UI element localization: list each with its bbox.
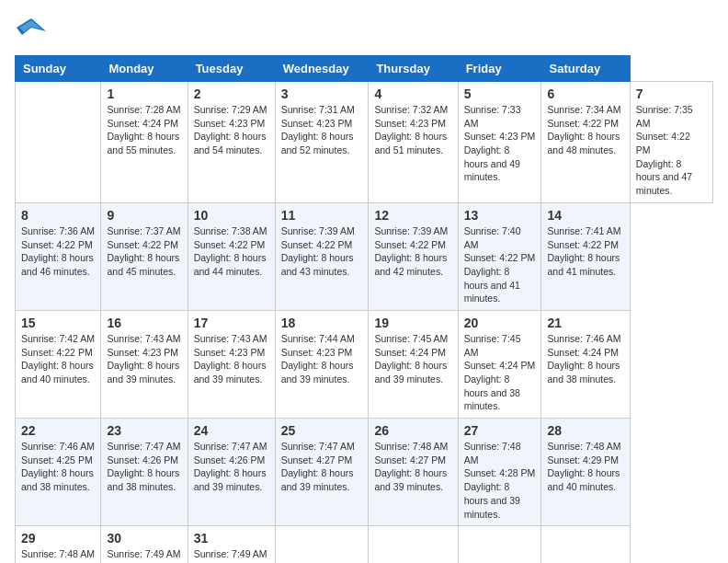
calendar-cell: 10 Sunrise: 7:38 AM Sunset: 4:22 PM Dayl… bbox=[188, 202, 275, 310]
day-info: Sunrise: 7:49 AM Sunset: 4:31 PM Dayligh… bbox=[194, 547, 269, 563]
daylight-hours: Daylight: 8 hours and 38 minutes. bbox=[21, 467, 94, 492]
sunrise-time: Sunrise: 7:49 AM bbox=[107, 548, 180, 559]
day-number: 31 bbox=[194, 531, 269, 546]
sunrise-time: Sunrise: 7:46 AM bbox=[547, 333, 620, 344]
daylight-hours: Daylight: 8 hours and 38 minutes. bbox=[107, 467, 179, 492]
calendar-cell: 30 Sunrise: 7:49 AM Sunset: 4:30 PM Dayl… bbox=[101, 526, 188, 563]
sunset-time: Sunset: 4:23 PM bbox=[194, 118, 266, 129]
sunset-time: Sunset: 4:23 PM bbox=[194, 347, 266, 358]
sunset-time: Sunset: 4:22 PM bbox=[281, 239, 353, 250]
calendar-cell bbox=[458, 526, 541, 563]
sunset-time: Sunset: 4:26 PM bbox=[107, 454, 178, 465]
daylight-hours: Daylight: 8 hours and 41 minutes. bbox=[464, 266, 520, 304]
calendar-cell: 5 Sunrise: 7:33 AM Sunset: 4:23 PM Dayli… bbox=[458, 82, 541, 203]
day-number: 30 bbox=[107, 531, 181, 546]
sunrise-time: Sunrise: 7:48 AM bbox=[464, 441, 521, 465]
sunrise-time: Sunrise: 7:36 AM bbox=[21, 225, 95, 236]
calendar-cell: 7 Sunrise: 7:35 AM Sunset: 4:22 PM Dayli… bbox=[630, 82, 712, 203]
sunset-time: Sunset: 4:22 PM bbox=[21, 347, 93, 358]
day-info: Sunrise: 7:31 AM Sunset: 4:23 PM Dayligh… bbox=[281, 103, 363, 157]
sunset-time: Sunset: 4:27 PM bbox=[281, 454, 353, 465]
sunset-time: Sunset: 4:22 PM bbox=[547, 239, 619, 250]
day-number: 11 bbox=[281, 208, 363, 223]
daylight-hours: Daylight: 8 hours and 51 minutes. bbox=[374, 131, 447, 155]
day-number: 13 bbox=[464, 208, 536, 223]
daylight-hours: Daylight: 8 hours and 38 minutes. bbox=[464, 373, 520, 411]
calendar-cell: 19 Sunrise: 7:45 AM Sunset: 4:24 PM Dayl… bbox=[369, 310, 458, 418]
daylight-hours: Daylight: 8 hours and 39 minutes. bbox=[107, 360, 179, 385]
sunset-time: Sunset: 4:24 PM bbox=[547, 347, 619, 358]
header-sunday: Sunday bbox=[16, 56, 101, 82]
day-info: Sunrise: 7:46 AM Sunset: 4:25 PM Dayligh… bbox=[21, 440, 95, 494]
daylight-hours: Daylight: 8 hours and 40 minutes. bbox=[547, 467, 620, 492]
day-number: 16 bbox=[107, 316, 181, 330]
day-info: Sunrise: 7:44 AM Sunset: 4:23 PM Dayligh… bbox=[281, 332, 363, 386]
day-number: 20 bbox=[464, 316, 536, 330]
day-info: Sunrise: 7:43 AM Sunset: 4:23 PM Dayligh… bbox=[194, 332, 269, 386]
sunset-time: Sunset: 4:23 PM bbox=[374, 118, 446, 129]
daylight-hours: Daylight: 8 hours and 48 minutes. bbox=[547, 131, 620, 155]
day-info: Sunrise: 7:38 AM Sunset: 4:22 PM Dayligh… bbox=[194, 224, 269, 279]
calendar-cell: 13 Sunrise: 7:40 AM Sunset: 4:22 PM Dayl… bbox=[458, 202, 541, 310]
daylight-hours: Daylight: 8 hours and 38 minutes. bbox=[547, 360, 620, 385]
calendar-cell: 24 Sunrise: 7:47 AM Sunset: 4:26 PM Dayl… bbox=[188, 419, 275, 526]
day-info: Sunrise: 7:29 AM Sunset: 4:23 PM Dayligh… bbox=[194, 103, 269, 157]
sunset-time: Sunset: 4:25 PM bbox=[21, 454, 93, 465]
calendar-cell bbox=[275, 526, 369, 563]
day-info: Sunrise: 7:47 AM Sunset: 4:26 PM Dayligh… bbox=[194, 440, 269, 494]
day-number: 4 bbox=[374, 86, 451, 101]
day-info: Sunrise: 7:37 AM Sunset: 4:22 PM Dayligh… bbox=[107, 224, 181, 279]
day-number: 12 bbox=[374, 208, 451, 223]
daylight-hours: Daylight: 8 hours and 39 minutes. bbox=[374, 360, 447, 385]
header-friday: Friday bbox=[458, 56, 541, 82]
sunset-time: Sunset: 4:22 PM bbox=[107, 239, 178, 250]
calendar-cell: 27 Sunrise: 7:48 AM Sunset: 4:28 PM Dayl… bbox=[458, 419, 541, 526]
day-number: 25 bbox=[281, 423, 363, 438]
sunrise-time: Sunrise: 7:31 AM bbox=[281, 104, 355, 115]
day-number: 7 bbox=[636, 86, 707, 101]
calendar-cell: 18 Sunrise: 7:44 AM Sunset: 4:23 PM Dayl… bbox=[275, 310, 369, 418]
daylight-hours: Daylight: 8 hours and 52 minutes. bbox=[281, 131, 354, 155]
header-thursday: Thursday bbox=[369, 56, 458, 82]
calendar-cell: 31 Sunrise: 7:49 AM Sunset: 4:31 PM Dayl… bbox=[188, 526, 275, 563]
calendar-cell: 15 Sunrise: 7:42 AM Sunset: 4:22 PM Dayl… bbox=[16, 310, 101, 418]
sunset-time: Sunset: 4:29 PM bbox=[547, 454, 619, 465]
sunset-time: Sunset: 4:24 PM bbox=[374, 347, 446, 358]
day-info: Sunrise: 7:33 AM Sunset: 4:23 PM Dayligh… bbox=[464, 103, 536, 184]
daylight-hours: Daylight: 8 hours and 44 minutes. bbox=[194, 252, 267, 277]
day-number: 2 bbox=[194, 86, 269, 101]
calendar-cell: 1 Sunrise: 7:28 AM Sunset: 4:24 PM Dayli… bbox=[101, 82, 188, 203]
day-number: 18 bbox=[281, 316, 363, 330]
day-number: 3 bbox=[281, 86, 363, 101]
calendar-cell: 22 Sunrise: 7:46 AM Sunset: 4:25 PM Dayl… bbox=[16, 419, 101, 526]
day-info: Sunrise: 7:48 AM Sunset: 4:27 PM Dayligh… bbox=[374, 440, 451, 494]
sunrise-time: Sunrise: 7:37 AM bbox=[107, 225, 180, 236]
day-info: Sunrise: 7:47 AM Sunset: 4:26 PM Dayligh… bbox=[107, 440, 181, 494]
page-header bbox=[15, 15, 713, 48]
day-number: 28 bbox=[547, 423, 623, 438]
sunset-time: Sunset: 4:28 PM bbox=[464, 467, 536, 478]
calendar-cell: 4 Sunrise: 7:32 AM Sunset: 4:23 PM Dayli… bbox=[369, 82, 458, 203]
daylight-hours: Daylight: 8 hours and 55 minutes. bbox=[107, 131, 179, 155]
calendar-cell: 11 Sunrise: 7:39 AM Sunset: 4:22 PM Dayl… bbox=[275, 202, 369, 310]
daylight-hours: Daylight: 8 hours and 39 minutes. bbox=[374, 467, 447, 492]
day-info: Sunrise: 7:45 AM Sunset: 4:24 PM Dayligh… bbox=[464, 332, 536, 413]
sunset-time: Sunset: 4:22 PM bbox=[547, 118, 619, 129]
day-info: Sunrise: 7:39 AM Sunset: 4:22 PM Dayligh… bbox=[374, 224, 451, 279]
sunset-time: Sunset: 4:22 PM bbox=[374, 239, 446, 250]
calendar-cell: 17 Sunrise: 7:43 AM Sunset: 4:23 PM Dayl… bbox=[188, 310, 275, 418]
day-info: Sunrise: 7:35 AM Sunset: 4:22 PM Dayligh… bbox=[636, 103, 707, 198]
sunrise-time: Sunrise: 7:42 AM bbox=[21, 333, 95, 344]
sunrise-time: Sunrise: 7:43 AM bbox=[107, 333, 180, 344]
daylight-hours: Daylight: 8 hours and 39 minutes. bbox=[281, 467, 354, 492]
daylight-hours: Daylight: 8 hours and 39 minutes. bbox=[281, 360, 354, 385]
sunset-time: Sunset: 4:23 PM bbox=[281, 347, 353, 358]
calendar-table: SundayMondayTuesdayWednesdayThursdayFrid… bbox=[15, 55, 713, 563]
calendar-cell: 25 Sunrise: 7:47 AM Sunset: 4:27 PM Dayl… bbox=[275, 419, 369, 526]
day-info: Sunrise: 7:36 AM Sunset: 4:22 PM Dayligh… bbox=[21, 224, 95, 279]
sunset-time: Sunset: 4:26 PM bbox=[194, 454, 266, 465]
daylight-hours: Daylight: 8 hours and 39 minutes. bbox=[194, 360, 267, 385]
calendar-cell: 20 Sunrise: 7:45 AM Sunset: 4:24 PM Dayl… bbox=[458, 310, 541, 418]
sunset-time: Sunset: 4:23 PM bbox=[464, 131, 536, 142]
daylight-hours: Daylight: 8 hours and 46 minutes. bbox=[21, 252, 94, 277]
